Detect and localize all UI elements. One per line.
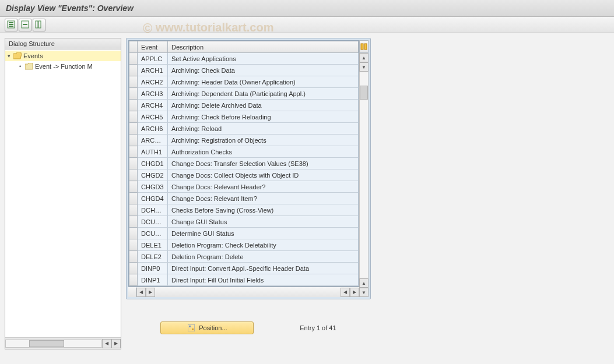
- cell-event-code[interactable]: ARCH5: [138, 111, 168, 123]
- row-selector[interactable]: [129, 158, 138, 169]
- scrollbar-track[interactable]: [5, 340, 102, 348]
- cell-event-code[interactable]: DCUAD: [138, 228, 168, 239]
- scroll-left-icon[interactable]: ◀: [102, 339, 111, 348]
- cell-event-code[interactable]: ARCH6: [138, 123, 168, 135]
- cell-event-code[interactable]: ARCH4: [138, 100, 168, 111]
- cell-event-description[interactable]: Direct Input: Convert Appl.-Specific Hea…: [168, 263, 359, 274]
- row-selector[interactable]: [129, 53, 138, 65]
- cell-event-description[interactable]: Change Docs: Collect Objects with Object…: [168, 169, 359, 181]
- row-selector[interactable]: [129, 65, 138, 76]
- table-row[interactable]: DELE1Deletion Program: Check Deletabilit…: [129, 239, 359, 251]
- scroll-right-icon[interactable]: ▶: [111, 339, 121, 348]
- scroll-down-icon[interactable]: ▼: [359, 62, 369, 72]
- row-selector[interactable]: [129, 204, 138, 216]
- scrollbar-thumb[interactable]: [360, 86, 368, 100]
- cell-event-code[interactable]: ARCH2: [138, 76, 168, 88]
- row-selector[interactable]: [129, 123, 138, 135]
- row-selector[interactable]: [129, 88, 138, 100]
- row-selector[interactable]: [129, 146, 138, 158]
- cell-event-code[interactable]: AUTH1: [138, 146, 168, 158]
- row-selector[interactable]: [129, 263, 138, 274]
- table-row[interactable]: ARCH4Archiving: Delete Archived Data: [129, 100, 359, 111]
- row-selector[interactable]: [129, 76, 138, 88]
- cell-event-code[interactable]: CHGD1: [138, 158, 168, 169]
- table-row[interactable]: ARCH2Archiving: Header Data (Owner Appli…: [129, 76, 359, 88]
- table-row[interactable]: ARCH3Archiving: Dependent Data (Particip…: [129, 88, 359, 100]
- row-selector[interactable]: [129, 274, 138, 286]
- cell-event-code[interactable]: CHGD2: [138, 169, 168, 181]
- table-row[interactable]: DINP0Direct Input: Convert Appl.-Specifi…: [129, 263, 359, 274]
- table-row[interactable]: APPLCSet Active Applications: [129, 53, 359, 65]
- cell-event-description[interactable]: Archiving: Dependent Data (Participating…: [168, 88, 359, 100]
- row-selector-header[interactable]: [129, 41, 138, 53]
- cell-event-code[interactable]: DELE2: [138, 251, 168, 263]
- row-selector[interactable]: [129, 169, 138, 181]
- cell-event-description[interactable]: Change Docs: Relevant Item?: [168, 193, 359, 204]
- row-selector[interactable]: [129, 181, 138, 193]
- table-row[interactable]: ARCH1Archiving: Check Data: [129, 65, 359, 76]
- cell-event-code[interactable]: DELE1: [138, 239, 168, 251]
- cell-event-description[interactable]: Archiving: Header Data (Owner Applicatio…: [168, 76, 359, 88]
- scrollbar-track[interactable]: [359, 72, 369, 278]
- scroll-right-icon[interactable]: ▶: [146, 288, 155, 297]
- cell-event-description[interactable]: Archiving: Reload: [168, 123, 359, 135]
- scroll-right-icon[interactable]: ▶: [350, 288, 359, 297]
- position-button[interactable]: Position...: [160, 321, 254, 334]
- cell-event-description[interactable]: Archiving: Check Data: [168, 65, 359, 76]
- cell-event-description[interactable]: Set Active Applications: [168, 53, 359, 65]
- tree-node-event-function[interactable]: • Event -> Function M: [5, 61, 121, 72]
- table-row[interactable]: CHGD2Change Docs: Collect Objects with O…: [129, 169, 359, 181]
- cell-event-code[interactable]: CHGD4: [138, 193, 168, 204]
- row-selector[interactable]: [129, 193, 138, 204]
- table-settings-icon[interactable]: [359, 40, 369, 53]
- cell-event-description[interactable]: Authorization Checks: [168, 146, 359, 158]
- col-header-event[interactable]: Event: [138, 41, 168, 53]
- cell-event-code[interactable]: CHGD3: [138, 181, 168, 193]
- tree-hscrollbar[interactable]: ◀ ▶: [5, 337, 121, 349]
- table-row[interactable]: AUTH1Authorization Checks: [129, 146, 359, 158]
- cell-event-description[interactable]: Determine GUI Status: [168, 228, 359, 239]
- scroll-down-icon[interactable]: ▼: [359, 288, 369, 297]
- table-row[interactable]: DCUADDetermine GUI Status: [129, 228, 359, 239]
- scroll-up-icon[interactable]: ▲: [359, 53, 369, 62]
- cell-event-code[interactable]: DINP1: [138, 274, 168, 286]
- tree-node-events[interactable]: ▾ Events: [5, 51, 121, 61]
- cell-event-description[interactable]: Archiving: Registration of Objects: [168, 135, 359, 146]
- col-header-description[interactable]: Description: [168, 41, 359, 53]
- cell-event-description[interactable]: Archiving: Delete Archived Data: [168, 100, 359, 111]
- table-row[interactable]: ARCH5Archiving: Check Before Reloading: [129, 111, 359, 123]
- cell-event-code[interactable]: ARCHR: [138, 135, 168, 146]
- toolbar-collapse-all[interactable]: [19, 19, 31, 31]
- scroll-left-icon[interactable]: ◀: [341, 288, 350, 297]
- table-row[interactable]: DCHCKChecks Before Saving (Cross-View): [129, 204, 359, 216]
- cell-event-description[interactable]: Checks Before Saving (Cross-View): [168, 204, 359, 216]
- cell-event-description[interactable]: Deletion Program: Check Deletability: [168, 239, 359, 251]
- row-selector[interactable]: [129, 111, 138, 123]
- cell-event-code[interactable]: ARCH3: [138, 88, 168, 100]
- row-selector[interactable]: [129, 239, 138, 251]
- cell-event-code[interactable]: APPLC: [138, 53, 168, 65]
- table-row[interactable]: DCUACChange GUI Status: [129, 216, 359, 228]
- row-selector[interactable]: [129, 216, 138, 228]
- toolbar-expand-all[interactable]: [5, 19, 17, 31]
- table-row[interactable]: DELE2Deletion Program: Delete: [129, 251, 359, 263]
- cell-event-description[interactable]: Change GUI Status: [168, 216, 359, 228]
- cell-event-description[interactable]: Change Docs: Transfer Selection Values (…: [168, 158, 359, 169]
- table-row[interactable]: CHGD4Change Docs: Relevant Item?: [129, 193, 359, 204]
- cell-event-code[interactable]: DCUAC: [138, 216, 168, 228]
- cell-event-description[interactable]: Archiving: Check Before Reloading: [168, 111, 359, 123]
- row-selector[interactable]: [129, 100, 138, 111]
- tree-toggle-icon[interactable]: ▾: [8, 53, 13, 59]
- cell-event-description[interactable]: Deletion Program: Delete: [168, 251, 359, 263]
- cell-event-code[interactable]: DCHCK: [138, 204, 168, 216]
- table-hscrollbar[interactable]: ◀ ▶ ◀ ▶: [128, 287, 359, 297]
- table-row[interactable]: ARCHRArchiving: Registration of Objects: [129, 135, 359, 146]
- cell-event-code[interactable]: ARCH1: [138, 65, 168, 76]
- row-selector[interactable]: [129, 251, 138, 263]
- table-row[interactable]: DINP1Direct Input: Fill Out Initial Fiel…: [129, 274, 359, 286]
- scrollbar-thumb[interactable]: [29, 340, 64, 347]
- cell-event-code[interactable]: DINP0: [138, 263, 168, 274]
- toolbar-columns[interactable]: [33, 19, 45, 31]
- scroll-up-icon[interactable]: ▲: [359, 278, 369, 288]
- table-row[interactable]: CHGD3Change Docs: Relevant Header?: [129, 181, 359, 193]
